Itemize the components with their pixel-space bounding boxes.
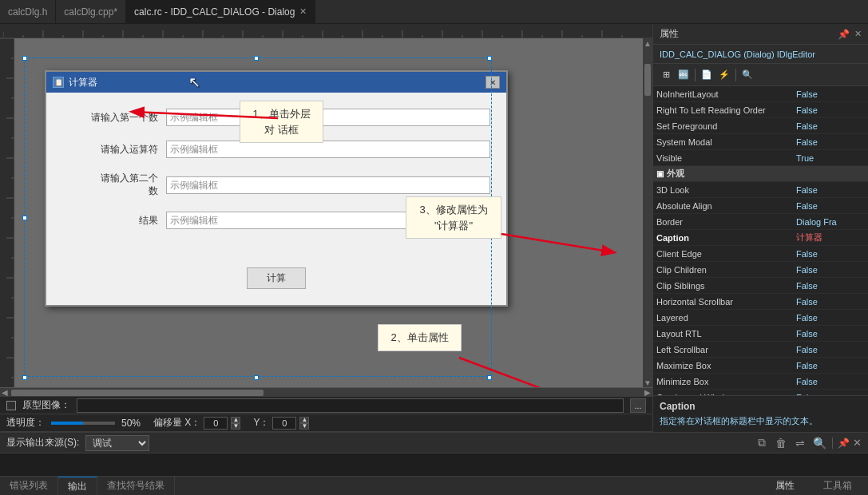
props-row-7[interactable]: Absolute AlignFalse [653,198,868,214]
prototype-label: 原型图像： [22,398,70,412]
svg-rect-0 [3,24,626,38]
scrollbar-vertical[interactable]: ▲ ▼ [643,38,652,387]
props-row-19[interactable]: Overlapped WindowFalse [653,390,868,395]
dialog-footer: 计算 [46,259,506,305]
offset-x-spin[interactable]: ▲ ▼ [231,417,240,430]
output-source-select[interactable]: 调试 [85,435,149,451]
output-find-button[interactable]: 🔍 [811,436,827,450]
prototype-input[interactable] [77,398,624,413]
props-row-13[interactable]: Horizontal ScrollbarFalse [653,294,868,310]
props-row-15[interactable]: Layout RTLFalse [653,326,868,342]
dialog-body: 请输入第一个数 示例编辑框 请输入运算符 示例编辑框 请 [46,93,506,259]
props-name-14: Layered [656,313,793,323]
props-name-16: Left Scrollbar [656,345,793,354]
description-text: 指定将在对话框的标题栏中显示的文本。 [660,415,862,427]
props-row-18[interactable]: Minimize BoxFalse [653,374,868,390]
props-value-15: False [793,329,865,339]
form-input-3[interactable]: 示例编辑框 [166,176,490,194]
tab-toolbox[interactable]: 工具箱 [814,479,862,493]
offset-x-input[interactable]: 0 [204,417,228,430]
props-value-12: False [793,281,865,291]
ruler: // inline ruler ticks via SVG [0,24,652,38]
properties-dialog-info: IDD_CALC_DIALOG (Dialog) IDlgEditor [653,45,868,64]
scrollbar-horizontal[interactable]: ◀ ▶ [0,387,652,397]
props-row-4[interactable]: VisibleTrue [653,150,868,166]
tab-calcdlg-h[interactable]: calcDlg.h [0,0,56,23]
sort-alpha-button[interactable]: 🔤 [676,67,692,83]
toolbar-separator [695,69,696,81]
offset-y-down[interactable]: ▼ [299,423,309,430]
close-icon[interactable]: ✕ [299,6,307,17]
form-input-1[interactable]: 示例编辑框 [166,109,490,126]
tab-calcdlg-cpp[interactable]: calcDlg.cpp* [56,0,126,23]
tab-properties[interactable]: 属性 [766,479,804,493]
search-button[interactable]: 🔍 [739,67,755,83]
properties-header-right: 📌 ✕ [838,29,862,40]
props-value-14: False [793,313,865,323]
dialog-window: 📋 计算器 ✕ 请输入第一个数 示例编辑框 [45,70,508,307]
property-pages-button[interactable]: 📄 [699,67,715,83]
props-row-17[interactable]: Maximize BoxFalse [653,358,868,374]
props-row-5[interactable]: ▣外观 [653,166,868,182]
props-row-10[interactable]: Client EdgeFalse [653,246,868,262]
tab-error-list[interactable]: 错误列表 [0,477,58,495]
opacity-slider[interactable] [51,422,115,425]
props-name-10: Client Edge [656,249,793,259]
properties-title: 属性 [660,27,679,41]
props-row-6[interactable]: 3D LookFalse [653,182,868,198]
pin-output-icon[interactable]: 📌 [838,438,850,449]
form-row-1: 请输入第一个数 示例编辑框 [62,109,490,126]
props-row-16[interactable]: Left ScrollbarFalse [653,342,868,358]
form-row-4: 结果 示例编辑框 [62,212,490,229]
form-input-2[interactable]: 示例编辑框 [166,141,490,158]
props-name-13: Horizontal Scrollbar [656,297,793,307]
opacity-value: 50% [121,418,141,429]
opacity-label: 透明度： [6,416,45,430]
calc-button[interactable]: 计算 [247,267,306,289]
offset-y-input[interactable]: 0 [272,417,296,430]
offset-x-label: 偏移量 X： [153,416,200,430]
props-row-12[interactable]: Clip SiblingsFalse [653,278,868,294]
form-label-4: 结果 [62,214,166,228]
offset-x-down[interactable]: ▼ [231,423,240,430]
tab-label: calcDlg.h [8,6,47,18]
sort-category-button[interactable]: ⊞ [658,67,674,83]
tab-output[interactable]: 输出 [58,477,97,495]
tab-find-results[interactable]: 查找符号结果 [97,477,175,495]
props-row-0[interactable]: NoInheritLayoutFalse [653,86,868,102]
dialog-title-left: 📋 计算器 [53,76,97,89]
form-input-4[interactable]: 示例编辑框 [166,212,490,229]
props-row-1[interactable]: Right To Left Reading OrderFalse [653,102,868,118]
props-row-8[interactable]: BorderDialog Fra [653,214,868,230]
props-value-6: False [793,185,865,195]
props-name-3: System Modal [656,137,793,147]
props-row-14[interactable]: LayeredFalse [653,310,868,326]
output-copy-button[interactable]: ⧉ [754,436,770,450]
prototype-checkbox[interactable] [6,401,16,410]
close-icon[interactable]: ✕ [854,29,862,39]
offset-x-group: 偏移量 X： 0 ▲ ▼ [153,416,240,430]
prototype-browse-button[interactable]: ... [630,398,646,413]
pin-icon[interactable]: 📌 [838,29,850,40]
separator [832,438,833,449]
events-button[interactable]: ⚡ [716,67,732,83]
props-row-11[interactable]: Clip ChildrenFalse [653,262,868,278]
props-row-2[interactable]: Set ForegroundFalse [653,118,868,134]
props-row-9[interactable]: Caption计算器 [653,230,868,246]
output-wrap-button[interactable]: ⇌ [792,436,808,450]
props-value-3: False [793,137,865,147]
props-value-16: False [793,345,865,354]
tab-calc-rc[interactable]: calc.rc - IDD_CALC_DIALOG - Dialog ✕ [126,0,315,23]
output-clear-button[interactable]: 🗑 [773,436,789,450]
tab-label: calc.rc - IDD_CALC_DIALOG - Dialog [134,6,295,18]
props-value-0: False [793,89,865,99]
close-output-icon[interactable]: ✕ [853,437,862,449]
props-row-3[interactable]: System ModalFalse [653,134,868,150]
props-value-2: False [793,121,865,131]
scrollbar-thumb[interactable] [644,64,651,96]
right-panel: 属性 📌 ✕ IDD_CALC_DIALOG (Dialog) IDlgEdit… [652,24,868,432]
editor-panel: // inline ruler ticks via SVG [0,24,652,432]
dialog-close-icon[interactable]: ✕ [486,76,500,89]
properties-description: Caption 指定将在对话框的标题栏中显示的文本。 [653,395,868,432]
offset-y-spin[interactable]: ▲ ▼ [299,417,309,430]
